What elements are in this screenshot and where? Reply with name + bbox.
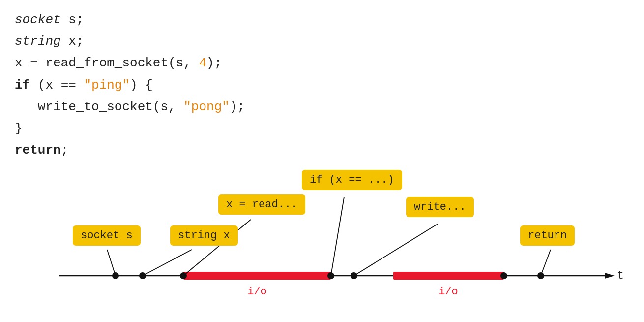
bubble-string-x: string x [170,225,238,246]
code-line-6: } [15,118,245,139]
code-block: socket s; string x; x = read_from_socket… [15,9,245,161]
code-line-2: string x; [15,31,245,52]
code-line-5: write_to_socket(s, "pong"); [15,96,245,118]
bubble-return: return [520,225,575,246]
io-label-2: i/o [439,286,458,298]
bubble-if-x: if (x == ...) [302,170,402,190]
bubble-x-read: x = read... [218,194,305,215]
code-line-3: x = read_from_socket(s, 4); [15,52,245,74]
svg-line-15 [354,224,438,276]
bubble-write: write... [406,197,474,217]
svg-rect-3 [393,272,504,280]
code-line-1: socket s; [15,9,245,31]
t-label: t [617,269,624,282]
svg-line-11 [107,250,116,276]
svg-line-14 [331,197,344,276]
svg-point-9 [500,272,507,279]
svg-marker-1 [605,273,615,279]
bubble-socket-s: socket s [73,225,141,246]
io-label-1: i/o [247,286,267,298]
svg-rect-2 [183,272,331,280]
code-line-4: if (x == "ping") { [15,74,245,96]
svg-line-16 [541,250,551,276]
timeline-area: i/o i/o t socket s string x x = read... … [0,167,644,322]
code-line-7: return; [15,139,245,161]
